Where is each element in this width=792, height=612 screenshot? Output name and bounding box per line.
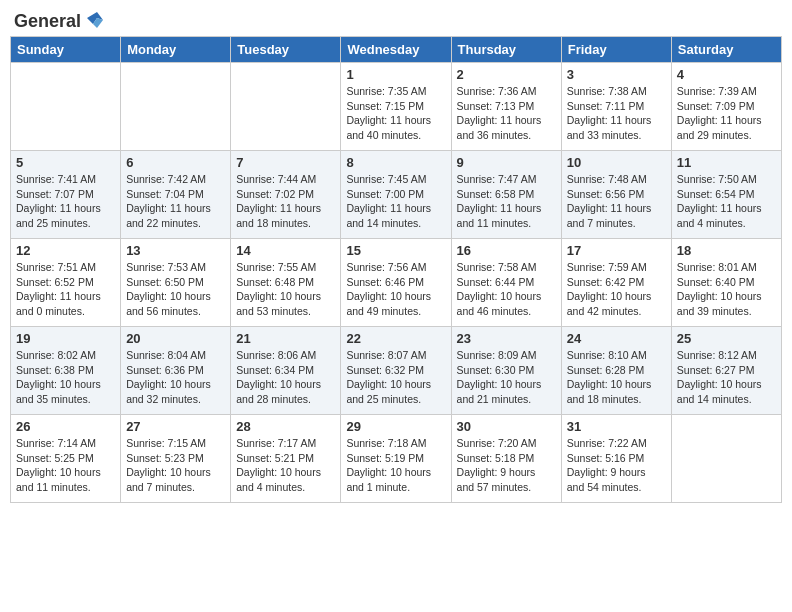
calendar-cell: 3Sunrise: 7:38 AM Sunset: 7:11 PM Daylig… <box>561 63 671 151</box>
day-info: Sunrise: 7:42 AM Sunset: 7:04 PM Dayligh… <box>126 172 225 231</box>
day-number: 20 <box>126 331 225 346</box>
day-number: 30 <box>457 419 556 434</box>
calendar-cell: 27Sunrise: 7:15 AM Sunset: 5:23 PM Dayli… <box>121 415 231 503</box>
logo-general-text: General <box>14 11 81 32</box>
calendar-cell: 16Sunrise: 7:58 AM Sunset: 6:44 PM Dayli… <box>451 239 561 327</box>
day-number: 7 <box>236 155 335 170</box>
calendar-cell: 29Sunrise: 7:18 AM Sunset: 5:19 PM Dayli… <box>341 415 451 503</box>
day-info: Sunrise: 7:45 AM Sunset: 7:00 PM Dayligh… <box>346 172 445 231</box>
calendar-cell: 4Sunrise: 7:39 AM Sunset: 7:09 PM Daylig… <box>671 63 781 151</box>
day-info: Sunrise: 7:36 AM Sunset: 7:13 PM Dayligh… <box>457 84 556 143</box>
calendar-cell: 2Sunrise: 7:36 AM Sunset: 7:13 PM Daylig… <box>451 63 561 151</box>
day-number: 4 <box>677 67 776 82</box>
day-info: Sunrise: 8:02 AM Sunset: 6:38 PM Dayligh… <box>16 348 115 407</box>
day-info: Sunrise: 8:01 AM Sunset: 6:40 PM Dayligh… <box>677 260 776 319</box>
day-info: Sunrise: 7:51 AM Sunset: 6:52 PM Dayligh… <box>16 260 115 319</box>
day-number: 12 <box>16 243 115 258</box>
day-number: 16 <box>457 243 556 258</box>
day-number: 22 <box>346 331 445 346</box>
weekday-header-thursday: Thursday <box>451 37 561 63</box>
calendar-cell: 10Sunrise: 7:48 AM Sunset: 6:56 PM Dayli… <box>561 151 671 239</box>
calendar-cell <box>121 63 231 151</box>
day-number: 9 <box>457 155 556 170</box>
calendar-cell <box>11 63 121 151</box>
calendar-cell: 5Sunrise: 7:41 AM Sunset: 7:07 PM Daylig… <box>11 151 121 239</box>
day-info: Sunrise: 7:38 AM Sunset: 7:11 PM Dayligh… <box>567 84 666 143</box>
weekday-header-monday: Monday <box>121 37 231 63</box>
day-number: 11 <box>677 155 776 170</box>
day-number: 26 <box>16 419 115 434</box>
day-info: Sunrise: 8:06 AM Sunset: 6:34 PM Dayligh… <box>236 348 335 407</box>
calendar-cell: 19Sunrise: 8:02 AM Sunset: 6:38 PM Dayli… <box>11 327 121 415</box>
day-number: 24 <box>567 331 666 346</box>
day-info: Sunrise: 7:39 AM Sunset: 7:09 PM Dayligh… <box>677 84 776 143</box>
week-row-1: 1Sunrise: 7:35 AM Sunset: 7:15 PM Daylig… <box>11 63 782 151</box>
calendar-cell <box>231 63 341 151</box>
calendar-cell: 15Sunrise: 7:56 AM Sunset: 6:46 PM Dayli… <box>341 239 451 327</box>
weekday-header-friday: Friday <box>561 37 671 63</box>
weekday-header-wednesday: Wednesday <box>341 37 451 63</box>
day-info: Sunrise: 7:55 AM Sunset: 6:48 PM Dayligh… <box>236 260 335 319</box>
calendar-cell: 14Sunrise: 7:55 AM Sunset: 6:48 PM Dayli… <box>231 239 341 327</box>
day-number: 2 <box>457 67 556 82</box>
calendar-cell: 6Sunrise: 7:42 AM Sunset: 7:04 PM Daylig… <box>121 151 231 239</box>
day-number: 23 <box>457 331 556 346</box>
calendar-cell: 22Sunrise: 8:07 AM Sunset: 6:32 PM Dayli… <box>341 327 451 415</box>
day-number: 14 <box>236 243 335 258</box>
day-info: Sunrise: 7:17 AM Sunset: 5:21 PM Dayligh… <box>236 436 335 495</box>
page-header: General <box>10 10 782 28</box>
day-info: Sunrise: 7:15 AM Sunset: 5:23 PM Dayligh… <box>126 436 225 495</box>
calendar-cell: 24Sunrise: 8:10 AM Sunset: 6:28 PM Dayli… <box>561 327 671 415</box>
calendar-cell: 11Sunrise: 7:50 AM Sunset: 6:54 PM Dayli… <box>671 151 781 239</box>
day-number: 25 <box>677 331 776 346</box>
day-info: Sunrise: 7:22 AM Sunset: 5:16 PM Dayligh… <box>567 436 666 495</box>
weekday-header-row: SundayMondayTuesdayWednesdayThursdayFrid… <box>11 37 782 63</box>
day-info: Sunrise: 8:10 AM Sunset: 6:28 PM Dayligh… <box>567 348 666 407</box>
calendar-cell: 31Sunrise: 7:22 AM Sunset: 5:16 PM Dayli… <box>561 415 671 503</box>
calendar-cell: 17Sunrise: 7:59 AM Sunset: 6:42 PM Dayli… <box>561 239 671 327</box>
day-info: Sunrise: 7:41 AM Sunset: 7:07 PM Dayligh… <box>16 172 115 231</box>
weekday-header-sunday: Sunday <box>11 37 121 63</box>
calendar-cell: 20Sunrise: 8:04 AM Sunset: 6:36 PM Dayli… <box>121 327 231 415</box>
logo: General <box>14 10 105 28</box>
calendar-cell: 26Sunrise: 7:14 AM Sunset: 5:25 PM Dayli… <box>11 415 121 503</box>
day-info: Sunrise: 7:50 AM Sunset: 6:54 PM Dayligh… <box>677 172 776 231</box>
calendar-cell: 13Sunrise: 7:53 AM Sunset: 6:50 PM Dayli… <box>121 239 231 327</box>
weekday-header-saturday: Saturday <box>671 37 781 63</box>
day-number: 28 <box>236 419 335 434</box>
day-info: Sunrise: 7:59 AM Sunset: 6:42 PM Dayligh… <box>567 260 666 319</box>
logo-bird-icon <box>83 10 105 32</box>
week-row-3: 12Sunrise: 7:51 AM Sunset: 6:52 PM Dayli… <box>11 239 782 327</box>
day-number: 29 <box>346 419 445 434</box>
calendar-cell: 8Sunrise: 7:45 AM Sunset: 7:00 PM Daylig… <box>341 151 451 239</box>
day-info: Sunrise: 7:48 AM Sunset: 6:56 PM Dayligh… <box>567 172 666 231</box>
day-info: Sunrise: 7:14 AM Sunset: 5:25 PM Dayligh… <box>16 436 115 495</box>
day-info: Sunrise: 7:18 AM Sunset: 5:19 PM Dayligh… <box>346 436 445 495</box>
day-number: 10 <box>567 155 666 170</box>
day-info: Sunrise: 8:12 AM Sunset: 6:27 PM Dayligh… <box>677 348 776 407</box>
day-info: Sunrise: 7:20 AM Sunset: 5:18 PM Dayligh… <box>457 436 556 495</box>
day-info: Sunrise: 7:58 AM Sunset: 6:44 PM Dayligh… <box>457 260 556 319</box>
day-number: 1 <box>346 67 445 82</box>
day-number: 8 <box>346 155 445 170</box>
day-number: 21 <box>236 331 335 346</box>
week-row-2: 5Sunrise: 7:41 AM Sunset: 7:07 PM Daylig… <box>11 151 782 239</box>
calendar-cell: 12Sunrise: 7:51 AM Sunset: 6:52 PM Dayli… <box>11 239 121 327</box>
day-number: 17 <box>567 243 666 258</box>
week-row-4: 19Sunrise: 8:02 AM Sunset: 6:38 PM Dayli… <box>11 327 782 415</box>
day-info: Sunrise: 7:53 AM Sunset: 6:50 PM Dayligh… <box>126 260 225 319</box>
day-info: Sunrise: 7:56 AM Sunset: 6:46 PM Dayligh… <box>346 260 445 319</box>
calendar-cell: 23Sunrise: 8:09 AM Sunset: 6:30 PM Dayli… <box>451 327 561 415</box>
day-number: 27 <box>126 419 225 434</box>
calendar-cell: 1Sunrise: 7:35 AM Sunset: 7:15 PM Daylig… <box>341 63 451 151</box>
calendar-cell: 28Sunrise: 7:17 AM Sunset: 5:21 PM Dayli… <box>231 415 341 503</box>
day-info: Sunrise: 8:04 AM Sunset: 6:36 PM Dayligh… <box>126 348 225 407</box>
day-info: Sunrise: 7:44 AM Sunset: 7:02 PM Dayligh… <box>236 172 335 231</box>
calendar-table: SundayMondayTuesdayWednesdayThursdayFrid… <box>10 36 782 503</box>
calendar-cell: 7Sunrise: 7:44 AM Sunset: 7:02 PM Daylig… <box>231 151 341 239</box>
calendar-cell <box>671 415 781 503</box>
day-number: 18 <box>677 243 776 258</box>
calendar-cell: 18Sunrise: 8:01 AM Sunset: 6:40 PM Dayli… <box>671 239 781 327</box>
calendar-cell: 30Sunrise: 7:20 AM Sunset: 5:18 PM Dayli… <box>451 415 561 503</box>
day-info: Sunrise: 8:09 AM Sunset: 6:30 PM Dayligh… <box>457 348 556 407</box>
